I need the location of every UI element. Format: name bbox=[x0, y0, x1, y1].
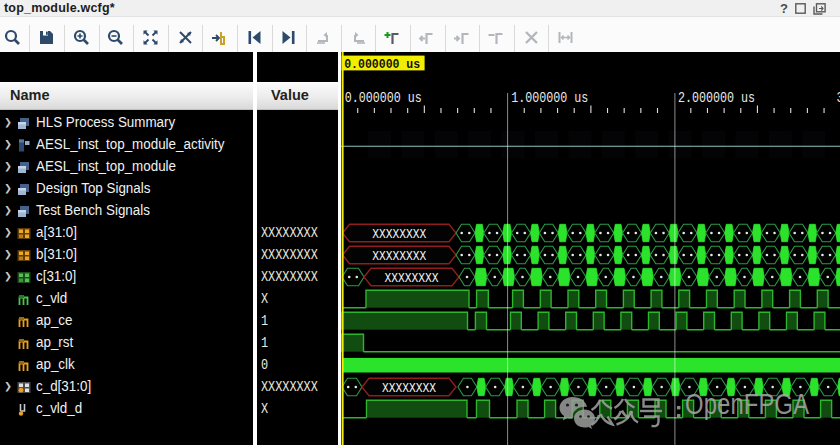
svg-text:XXXXXXXX: XXXXXXXX bbox=[385, 271, 439, 286]
svg-text:XXXXXXXX: XXXXXXXX bbox=[372, 227, 426, 242]
svg-text:3.0: 3.0 bbox=[837, 90, 840, 106]
svg-text:2.000000 us: 2.000000 us bbox=[678, 90, 755, 106]
svg-text:0.000000 us: 0.000000 us bbox=[345, 90, 422, 106]
svg-text:XXXXXXXX: XXXXXXXX bbox=[372, 249, 426, 264]
svg-text:1.000000 us: 1.000000 us bbox=[511, 90, 588, 106]
svg-text:XXXXXXXX: XXXXXXXX bbox=[382, 381, 436, 396]
svg-text:0.000000 us: 0.000000 us bbox=[344, 57, 420, 72]
